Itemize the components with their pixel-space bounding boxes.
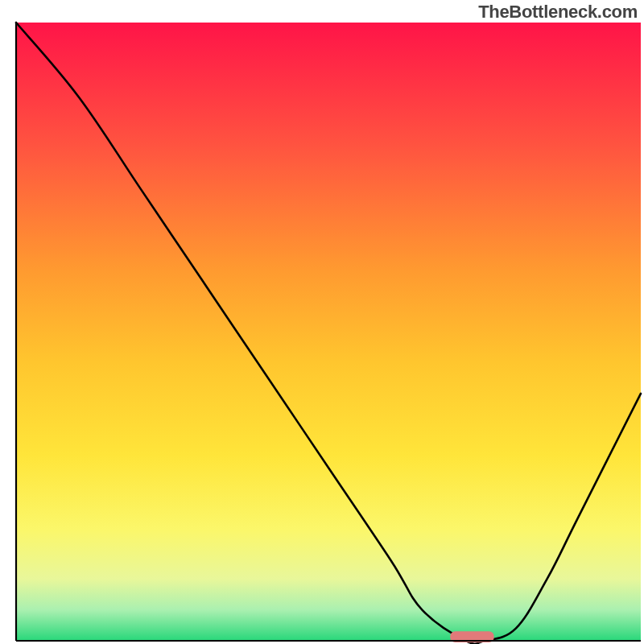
chart-container: TheBottleneck.com bbox=[0, 0, 644, 644]
bottleneck-chart bbox=[0, 0, 644, 644]
plot-background bbox=[16, 23, 641, 641]
watermark-label: TheBottleneck.com bbox=[478, 2, 638, 23]
